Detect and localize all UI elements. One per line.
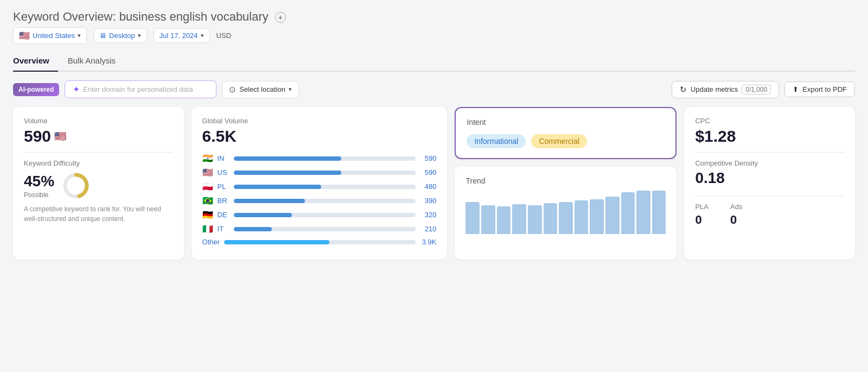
trend-bar	[621, 192, 635, 234]
update-metrics-btn[interactable]: ↻ Update metrics 0/1,000	[672, 81, 779, 98]
date-filter-btn[interactable]: Jul 17, 2024 ▾	[154, 28, 210, 43]
country-list: 🇮🇳 IN 590 🇺🇸 US 590 🇵🇱 PL 480 🇧🇷 BR	[202, 153, 437, 234]
list-item: 🇵🇱 PL 480	[202, 181, 437, 192]
country-bar-fill	[234, 227, 272, 231]
country-value: 210	[420, 225, 436, 233]
country-value: 590	[420, 154, 436, 162]
other-val: 3.9K	[420, 238, 436, 246]
tab-bulk-analysis[interactable]: Bulk Analysis	[68, 52, 124, 72]
pla-item: PLA 0	[695, 203, 709, 227]
country-bar-track	[234, 213, 416, 217]
global-volume-label: Global Volume	[202, 117, 437, 125]
country-bar-track	[234, 199, 416, 203]
location-select[interactable]: ⊙ Select location ▾	[222, 81, 299, 98]
list-item: 🇮🇹 IT 210	[202, 224, 437, 234]
device-icon: 🖥	[99, 31, 106, 40]
intent-badges: Informational Commercial	[467, 134, 665, 148]
ads-item: Ads 0	[730, 203, 742, 227]
list-item: 🇧🇷 BR 390	[202, 196, 437, 206]
filters-row: 🇺🇸 United States ▾ 🖥 Desktop ▾ Jul 17, 2…	[13, 27, 855, 44]
volume-card: Volume 590 🇺🇸 Keyword Difficulty 45% Pos…	[13, 107, 184, 260]
country-flag: 🇵🇱	[202, 181, 213, 192]
ai-powered-badge: AI-powered	[13, 83, 59, 96]
location-select-chevron-icon: ▾	[289, 86, 292, 93]
trend-bar	[544, 203, 558, 234]
export-label: Export to PDF	[802, 85, 847, 93]
location-pin-icon: ⊙	[229, 85, 236, 94]
volume-value: 590 🇺🇸	[24, 127, 173, 146]
country-bar-track	[234, 227, 416, 231]
kd-label: Keyword Difficulty	[24, 159, 173, 167]
tab-overview[interactable]: Overview	[13, 52, 58, 72]
add-keyword-icon[interactable]: +	[275, 12, 286, 23]
volume-number: 590	[24, 127, 51, 146]
list-item: 🇮🇳 IN 590	[202, 153, 437, 163]
country-code[interactable]: IT	[218, 225, 229, 233]
country-flag: 🇮🇹	[202, 224, 213, 234]
page-wrapper: Keyword Overview: business english vocab…	[0, 0, 868, 372]
trend-bar	[575, 200, 589, 234]
trend-bar	[528, 205, 542, 234]
volume-flag: 🇺🇸	[54, 130, 66, 142]
other-bar-fill	[224, 240, 329, 244]
country-value: 480	[420, 182, 436, 191]
trend-card: Trend	[455, 167, 676, 260]
location-flag: 🇺🇸	[19, 30, 30, 41]
location-filter-btn[interactable]: 🇺🇸 United States ▾	[13, 27, 87, 44]
other-row: Other 3.9K	[202, 238, 437, 246]
update-count-badge: 0/1,000	[742, 85, 771, 94]
country-value: 590	[420, 168, 436, 176]
export-pdf-btn[interactable]: ⬆ Export to PDF	[784, 81, 855, 97]
cpc-value: $1.28	[695, 127, 844, 146]
list-item: 🇩🇪 DE 320	[202, 210, 437, 220]
trend-bar	[605, 197, 620, 234]
country-code[interactable]: US	[218, 168, 229, 176]
pla-ads-row: PLA 0 Ads 0	[695, 203, 844, 227]
page-title: Keyword Overview: business english vocab…	[13, 10, 855, 24]
toolbar-row: AI-powered ✦ Enter domain for personaliz…	[13, 80, 855, 98]
badge-commercial: Commercial	[531, 134, 587, 148]
country-code[interactable]: PL	[218, 182, 229, 191]
trend-bar	[652, 191, 666, 234]
country-flag: 🇧🇷	[202, 196, 213, 206]
device-filter-btn[interactable]: 🖥 Desktop ▾	[93, 28, 147, 43]
volume-divider	[24, 152, 173, 153]
pla-label: PLA	[695, 203, 709, 211]
country-code[interactable]: DE	[218, 211, 229, 219]
country-value: 320	[420, 211, 436, 219]
device-label: Desktop	[109, 31, 135, 40]
cards-row: Volume 590 🇺🇸 Keyword Difficulty 45% Pos…	[13, 107, 855, 260]
country-flag: 🇺🇸	[202, 167, 213, 178]
trend-label: Trend	[465, 176, 666, 185]
country-code[interactable]: BR	[218, 197, 229, 205]
trend-bar	[497, 206, 511, 234]
list-item: 🇺🇸 US 590	[202, 167, 437, 178]
cpc-divider	[695, 152, 844, 153]
sparkle-icon: ✦	[73, 84, 80, 94]
domain-input[interactable]: ✦ Enter domain for personalized data	[65, 80, 216, 98]
kd-possible: Possible	[24, 191, 54, 199]
country-bar-fill	[234, 185, 321, 189]
trend-chart	[465, 191, 666, 234]
domain-placeholder: Enter domain for personalized data	[83, 85, 193, 93]
kd-value-group: 45% Possible	[24, 173, 54, 199]
update-metrics-label: Update metrics	[691, 85, 738, 93]
country-code[interactable]: IN	[218, 154, 229, 162]
country-bar-fill	[234, 213, 292, 217]
ads-label: Ads	[730, 203, 742, 211]
country-bar-track	[234, 171, 416, 175]
country-flag: 🇮🇳	[202, 153, 213, 163]
trend-bar	[590, 199, 604, 234]
kd-value: 45%	[24, 173, 54, 190]
device-chevron-icon: ▾	[138, 32, 141, 39]
country-bar-fill	[234, 199, 305, 203]
volume-label: Volume	[24, 117, 173, 125]
country-bar-fill	[234, 156, 341, 161]
badge-informational: Informational	[467, 134, 526, 148]
date-label: Jul 17, 2024	[159, 31, 198, 40]
location-label: United States	[33, 31, 75, 40]
export-icon: ⬆	[793, 85, 799, 93]
cpc-metrics-card: CPC $1.28 Competitive Density 0.18 PLA 0…	[684, 107, 855, 260]
kd-donut-chart	[62, 172, 90, 200]
date-chevron-icon: ▾	[201, 32, 204, 39]
